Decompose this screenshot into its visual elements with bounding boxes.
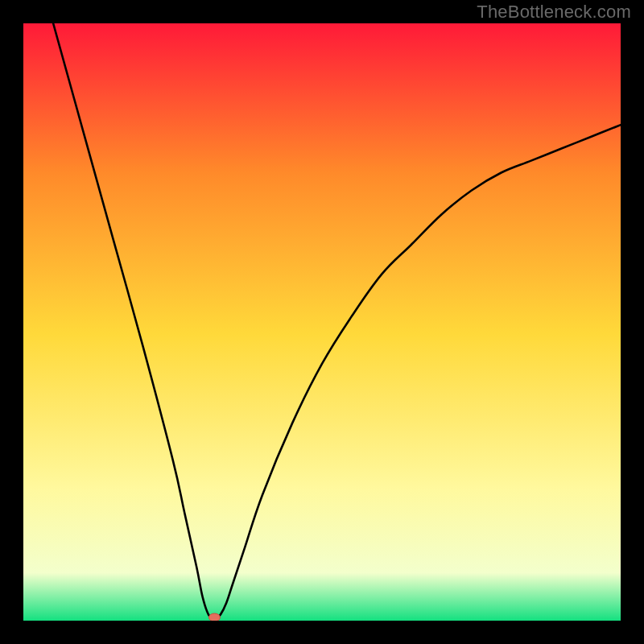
gradient-background xyxy=(23,23,621,621)
chart-svg xyxy=(23,23,621,621)
watermark-text: TheBottleneck.com xyxy=(477,2,631,23)
chart-container: TheBottleneck.com xyxy=(0,0,644,644)
minimum-marker xyxy=(208,613,220,621)
plot-area xyxy=(23,23,621,621)
